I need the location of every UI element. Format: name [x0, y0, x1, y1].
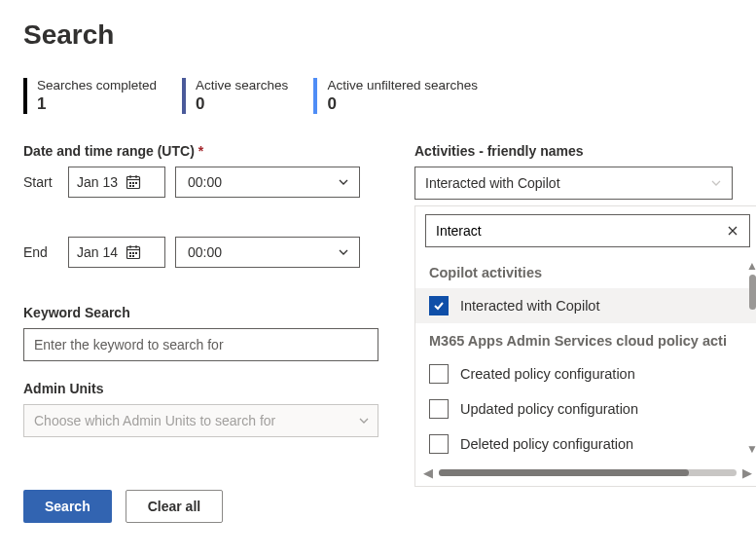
- admin-units-placeholder: Choose which Admin Units to search for: [34, 413, 275, 428]
- activity-item[interactable]: Deleted policy configuration: [415, 426, 756, 462]
- end-caption: End: [23, 244, 58, 260]
- svg-rect-14: [132, 252, 134, 254]
- svg-rect-7: [129, 185, 131, 187]
- chevron-down-icon: [338, 176, 349, 188]
- start-date-input[interactable]: Jan 13: [68, 167, 165, 198]
- chevron-down-icon: [338, 246, 349, 258]
- scroll-left-arrow-icon[interactable]: ◀: [423, 465, 433, 480]
- date-range-label-text: Date and time range (UTC): [23, 143, 195, 159]
- keyword-label: Keyword Search: [23, 305, 383, 320]
- activities-filter-input[interactable]: [436, 223, 726, 239]
- stat-active: Active searches 0: [182, 78, 288, 114]
- scroll-down-arrow-icon[interactable]: ▼: [746, 442, 756, 456]
- stat-active-value: 0: [196, 94, 288, 114]
- activity-item[interactable]: Created policy configuration: [415, 356, 756, 391]
- svg-rect-16: [129, 255, 131, 257]
- activity-item[interactable]: Interacted with Copilot: [415, 288, 756, 323]
- calendar-icon[interactable]: [126, 174, 141, 190]
- stat-unfiltered-label: Active unfiltered searches: [327, 78, 478, 93]
- page-title: Search: [23, 19, 733, 51]
- activities-dropdown-panel: Copilot activities Interacted with Copil…: [414, 205, 756, 487]
- end-date-value: Jan 14: [77, 244, 118, 260]
- start-time-value: 00:00: [188, 174, 222, 190]
- stat-completed-value: 1: [37, 94, 157, 114]
- stat-completed: Searches completed 1: [23, 78, 157, 114]
- stat-unfiltered-value: 0: [327, 94, 478, 114]
- activity-item[interactable]: Updated policy configuration: [415, 391, 756, 426]
- svg-rect-4: [129, 182, 131, 184]
- search-button[interactable]: Search: [23, 490, 112, 523]
- start-caption: Start: [23, 174, 58, 190]
- end-time-value: 00:00: [188, 244, 222, 260]
- required-asterisk: *: [198, 143, 203, 159]
- activities-filter-input-wrap[interactable]: [425, 214, 750, 247]
- chevron-down-icon: [710, 177, 722, 189]
- activities-group-header: Copilot activities: [415, 255, 756, 288]
- checkbox-checked[interactable]: [429, 296, 449, 315]
- checkbox-unchecked[interactable]: [429, 364, 449, 384]
- checkbox-unchecked[interactable]: [429, 399, 449, 419]
- svg-rect-6: [135, 182, 137, 184]
- clear-all-button[interactable]: Clear all: [126, 490, 223, 523]
- activities-list: Copilot activities Interacted with Copil…: [415, 255, 756, 462]
- horizontal-scrollbar[interactable]: ◀ ▶: [415, 462, 756, 486]
- scroll-track[interactable]: [439, 469, 737, 476]
- stat-unfiltered: Active unfiltered searches 0: [313, 78, 478, 114]
- activities-selected-value: Interacted with Copilot: [425, 175, 560, 191]
- svg-rect-17: [132, 255, 134, 257]
- end-time-input[interactable]: 00:00: [175, 237, 360, 268]
- stat-active-label: Active searches: [196, 78, 288, 93]
- activities-label: Activities - friendly names: [414, 143, 733, 159]
- chevron-down-icon: [358, 415, 370, 426]
- admin-units-label: Admin Units: [23, 381, 383, 396]
- keyword-input[interactable]: [23, 328, 378, 361]
- scroll-thumb[interactable]: [749, 275, 756, 310]
- activities-group-header: M365 Apps Admin Services cloud policy ac…: [415, 323, 756, 356]
- end-date-input[interactable]: Jan 14: [68, 237, 165, 268]
- activities-select[interactable]: Interacted with Copilot: [414, 167, 733, 200]
- scroll-thumb[interactable]: [439, 469, 689, 476]
- svg-rect-8: [132, 185, 134, 187]
- activity-item-label: Interacted with Copilot: [460, 298, 599, 314]
- svg-rect-15: [135, 252, 137, 254]
- svg-rect-13: [129, 252, 131, 254]
- admin-units-select[interactable]: Choose which Admin Units to search for: [23, 404, 378, 437]
- start-date-value: Jan 13: [77, 174, 118, 190]
- close-icon[interactable]: [726, 224, 739, 238]
- scroll-right-arrow-icon[interactable]: ▶: [742, 465, 752, 480]
- checkbox-unchecked[interactable]: [429, 434, 449, 454]
- stat-completed-label: Searches completed: [37, 78, 157, 93]
- start-time-input[interactable]: 00:00: [175, 167, 360, 198]
- scroll-up-arrow-icon[interactable]: ▲: [746, 259, 756, 273]
- stats-row: Searches completed 1 Active searches 0 A…: [23, 78, 733, 114]
- svg-rect-5: [132, 182, 134, 184]
- date-range-label: Date and time range (UTC) *: [23, 143, 383, 159]
- activity-item-label: Updated policy configuration: [460, 401, 638, 417]
- activity-item-label: Created policy configuration: [460, 366, 635, 382]
- activity-item-label: Deleted policy configuration: [460, 436, 633, 452]
- vertical-scrollbar[interactable]: ▲ ▼: [746, 255, 756, 462]
- calendar-icon[interactable]: [126, 244, 141, 260]
